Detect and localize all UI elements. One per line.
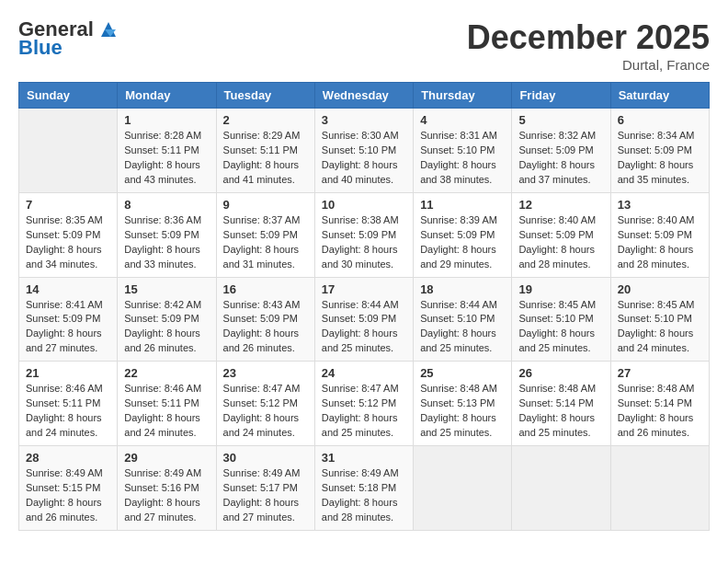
calendar-cell: 12Sunrise: 8:40 AM Sunset: 5:09 PM Dayli… bbox=[512, 192, 610, 277]
calendar-cell: 16Sunrise: 8:43 AM Sunset: 5:09 PM Dayli… bbox=[216, 277, 314, 362]
day-info: Sunrise: 8:40 AM Sunset: 5:09 PM Dayligh… bbox=[618, 213, 702, 272]
day-number: 25 bbox=[420, 366, 505, 380]
calendar-cell: 13Sunrise: 8:40 AM Sunset: 5:09 PM Dayli… bbox=[610, 192, 709, 277]
calendar-cell: 3Sunrise: 8:30 AM Sunset: 5:10 PM Daylig… bbox=[314, 109, 413, 193]
day-number: 8 bbox=[124, 198, 209, 212]
day-number: 23 bbox=[223, 366, 308, 380]
calendar-cell: 24Sunrise: 8:47 AM Sunset: 5:12 PM Dayli… bbox=[314, 362, 413, 446]
day-number: 3 bbox=[322, 113, 406, 127]
weekday-saturday: Saturday bbox=[610, 83, 709, 109]
day-number: 14 bbox=[26, 282, 110, 296]
day-number: 19 bbox=[518, 282, 603, 296]
calendar-table: SundayMondayTuesdayWednesdayThursdayFrid… bbox=[18, 82, 710, 531]
page-header: General Blue December 2025 Durtal, Franc… bbox=[18, 18, 710, 73]
day-number: 29 bbox=[124, 451, 209, 465]
calendar-week-2: 7Sunrise: 8:35 AM Sunset: 5:09 PM Daylig… bbox=[19, 192, 710, 277]
weekday-wednesday: Wednesday bbox=[314, 83, 413, 109]
day-info: Sunrise: 8:46 AM Sunset: 5:11 PM Dayligh… bbox=[124, 382, 209, 441]
day-info: Sunrise: 8:48 AM Sunset: 5:13 PM Dayligh… bbox=[420, 382, 505, 441]
day-info: Sunrise: 8:34 AM Sunset: 5:09 PM Dayligh… bbox=[618, 129, 702, 188]
calendar-cell bbox=[610, 446, 709, 531]
day-info: Sunrise: 8:41 AM Sunset: 5:09 PM Dayligh… bbox=[26, 298, 110, 357]
day-number: 31 bbox=[322, 451, 406, 465]
day-info: Sunrise: 8:38 AM Sunset: 5:09 PM Dayligh… bbox=[322, 213, 406, 272]
calendar-week-4: 21Sunrise: 8:46 AM Sunset: 5:11 PM Dayli… bbox=[19, 362, 710, 446]
weekday-thursday: Thursday bbox=[414, 83, 512, 109]
day-number: 30 bbox=[223, 451, 308, 465]
day-number: 10 bbox=[322, 198, 406, 212]
calendar-cell: 14Sunrise: 8:41 AM Sunset: 5:09 PM Dayli… bbox=[19, 277, 118, 362]
calendar-week-3: 14Sunrise: 8:41 AM Sunset: 5:09 PM Dayli… bbox=[19, 277, 710, 362]
weekday-sunday: Sunday bbox=[19, 83, 118, 109]
calendar-cell: 18Sunrise: 8:44 AM Sunset: 5:10 PM Dayli… bbox=[414, 277, 512, 362]
day-number: 6 bbox=[618, 113, 702, 127]
day-info: Sunrise: 8:42 AM Sunset: 5:09 PM Dayligh… bbox=[124, 298, 209, 357]
day-number: 21 bbox=[26, 366, 110, 380]
calendar-week-5: 28Sunrise: 8:49 AM Sunset: 5:15 PM Dayli… bbox=[19, 446, 710, 531]
day-number: 13 bbox=[618, 198, 702, 212]
calendar-cell: 9Sunrise: 8:37 AM Sunset: 5:09 PM Daylig… bbox=[216, 192, 314, 277]
calendar-cell: 4Sunrise: 8:31 AM Sunset: 5:10 PM Daylig… bbox=[414, 109, 512, 193]
calendar-cell: 6Sunrise: 8:34 AM Sunset: 5:09 PM Daylig… bbox=[610, 109, 709, 193]
day-info: Sunrise: 8:47 AM Sunset: 5:12 PM Dayligh… bbox=[322, 382, 406, 441]
day-info: Sunrise: 8:31 AM Sunset: 5:10 PM Dayligh… bbox=[420, 129, 505, 188]
location: Durtal, France bbox=[467, 57, 710, 73]
calendar-cell: 5Sunrise: 8:32 AM Sunset: 5:09 PM Daylig… bbox=[512, 109, 610, 193]
day-info: Sunrise: 8:35 AM Sunset: 5:09 PM Dayligh… bbox=[26, 213, 110, 272]
day-info: Sunrise: 8:47 AM Sunset: 5:12 PM Dayligh… bbox=[223, 382, 308, 441]
day-info: Sunrise: 8:43 AM Sunset: 5:09 PM Dayligh… bbox=[223, 298, 308, 357]
calendar-cell: 31Sunrise: 8:49 AM Sunset: 5:18 PM Dayli… bbox=[314, 446, 413, 531]
calendar-cell: 8Sunrise: 8:36 AM Sunset: 5:09 PM Daylig… bbox=[118, 192, 216, 277]
calendar-cell: 19Sunrise: 8:45 AM Sunset: 5:10 PM Dayli… bbox=[512, 277, 610, 362]
calendar-body: 1Sunrise: 8:28 AM Sunset: 5:11 PM Daylig… bbox=[19, 109, 710, 531]
calendar-cell bbox=[512, 446, 610, 531]
month-title: December 2025 bbox=[467, 18, 710, 57]
calendar-cell: 27Sunrise: 8:48 AM Sunset: 5:14 PM Dayli… bbox=[610, 362, 709, 446]
day-info: Sunrise: 8:46 AM Sunset: 5:11 PM Dayligh… bbox=[26, 382, 110, 441]
day-info: Sunrise: 8:45 AM Sunset: 5:10 PM Dayligh… bbox=[518, 298, 603, 357]
day-number: 11 bbox=[420, 198, 505, 212]
calendar-cell: 10Sunrise: 8:38 AM Sunset: 5:09 PM Dayli… bbox=[314, 192, 413, 277]
weekday-friday: Friday bbox=[512, 83, 610, 109]
day-info: Sunrise: 8:48 AM Sunset: 5:14 PM Dayligh… bbox=[618, 382, 702, 441]
logo: General Blue bbox=[18, 18, 119, 59]
day-info: Sunrise: 8:40 AM Sunset: 5:09 PM Dayligh… bbox=[518, 213, 603, 272]
calendar-cell: 29Sunrise: 8:49 AM Sunset: 5:16 PM Dayli… bbox=[118, 446, 216, 531]
day-info: Sunrise: 8:29 AM Sunset: 5:11 PM Dayligh… bbox=[223, 129, 308, 188]
day-info: Sunrise: 8:49 AM Sunset: 5:17 PM Dayligh… bbox=[223, 466, 308, 525]
day-number: 16 bbox=[223, 282, 308, 296]
calendar-cell: 23Sunrise: 8:47 AM Sunset: 5:12 PM Dayli… bbox=[216, 362, 314, 446]
day-number: 7 bbox=[26, 198, 110, 212]
day-info: Sunrise: 8:49 AM Sunset: 5:16 PM Dayligh… bbox=[124, 466, 209, 525]
weekday-monday: Monday bbox=[118, 83, 216, 109]
title-block: December 2025 Durtal, France bbox=[467, 18, 710, 73]
day-number: 24 bbox=[322, 366, 406, 380]
calendar-cell: 30Sunrise: 8:49 AM Sunset: 5:17 PM Dayli… bbox=[216, 446, 314, 531]
calendar-cell: 22Sunrise: 8:46 AM Sunset: 5:11 PM Dayli… bbox=[118, 362, 216, 446]
day-number: 15 bbox=[124, 282, 209, 296]
day-info: Sunrise: 8:32 AM Sunset: 5:09 PM Dayligh… bbox=[518, 129, 603, 188]
calendar-cell: 20Sunrise: 8:45 AM Sunset: 5:10 PM Dayli… bbox=[610, 277, 709, 362]
day-number: 4 bbox=[420, 113, 505, 127]
day-number: 1 bbox=[124, 113, 209, 127]
logo-icon bbox=[97, 18, 119, 40]
day-info: Sunrise: 8:36 AM Sunset: 5:09 PM Dayligh… bbox=[124, 213, 209, 272]
day-info: Sunrise: 8:44 AM Sunset: 5:10 PM Dayligh… bbox=[420, 298, 505, 357]
day-info: Sunrise: 8:37 AM Sunset: 5:09 PM Dayligh… bbox=[223, 213, 308, 272]
calendar-cell: 21Sunrise: 8:46 AM Sunset: 5:11 PM Dayli… bbox=[19, 362, 118, 446]
day-number: 28 bbox=[26, 451, 110, 465]
calendar-cell bbox=[19, 109, 118, 193]
calendar-week-1: 1Sunrise: 8:28 AM Sunset: 5:11 PM Daylig… bbox=[19, 109, 710, 193]
calendar-cell: 26Sunrise: 8:48 AM Sunset: 5:14 PM Dayli… bbox=[512, 362, 610, 446]
day-number: 22 bbox=[124, 366, 209, 380]
calendar-cell: 28Sunrise: 8:49 AM Sunset: 5:15 PM Dayli… bbox=[19, 446, 118, 531]
day-number: 27 bbox=[618, 366, 702, 380]
day-number: 17 bbox=[322, 282, 406, 296]
calendar-cell bbox=[414, 446, 512, 531]
calendar-cell: 15Sunrise: 8:42 AM Sunset: 5:09 PM Dayli… bbox=[118, 277, 216, 362]
day-number: 26 bbox=[518, 366, 603, 380]
day-info: Sunrise: 8:49 AM Sunset: 5:15 PM Dayligh… bbox=[26, 466, 110, 525]
day-info: Sunrise: 8:39 AM Sunset: 5:09 PM Dayligh… bbox=[420, 213, 505, 272]
day-info: Sunrise: 8:30 AM Sunset: 5:10 PM Dayligh… bbox=[322, 129, 406, 188]
day-number: 12 bbox=[518, 198, 603, 212]
